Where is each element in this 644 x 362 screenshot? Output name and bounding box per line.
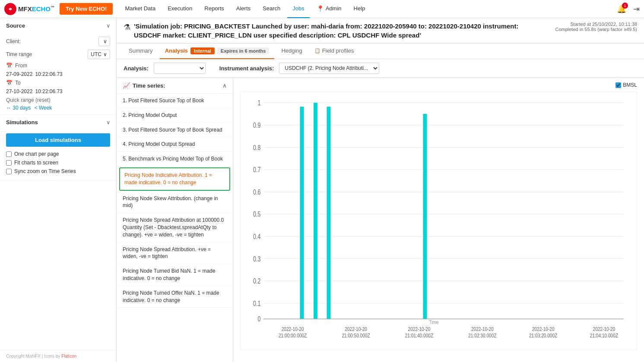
svg-text:21:04:10.000Z: 21:04:10.000Z bbox=[590, 332, 618, 339]
30-days-link[interactable]: ↔ 30 days bbox=[6, 105, 31, 111]
from-date[interactable]: 27-09-2022 bbox=[6, 71, 32, 77]
nav-search[interactable]: Search bbox=[257, 0, 286, 18]
sync-zoom-checkbox[interactable] bbox=[6, 169, 12, 174]
svg-text:0.1: 0.1 bbox=[253, 299, 260, 307]
load-simulations-button[interactable]: Load simulations bbox=[6, 133, 110, 147]
job-started: Started at 25/10/2022, 10:11:38 bbox=[555, 22, 637, 27]
time-series-item-4[interactable]: 4. Pricing Model Output Spread bbox=[117, 137, 233, 152]
one-chart-checkbox[interactable] bbox=[6, 151, 12, 157]
notification-button[interactable]: 🔔1 bbox=[617, 4, 626, 14]
fit-charts-label: Fit charts to screen bbox=[14, 160, 58, 166]
nav-help[interactable]: Help bbox=[349, 0, 371, 18]
svg-text:0: 0 bbox=[257, 315, 260, 323]
time-series-item-3[interactable]: 3. Post Filtered Source Top of Book Spre… bbox=[117, 123, 233, 138]
time-range-select[interactable]: UTC ∨ bbox=[88, 50, 110, 59]
tab-field-profiles[interactable]: 📋 Field profiles bbox=[309, 44, 359, 59]
simulations-section-header[interactable]: Simulations ∨ bbox=[0, 115, 116, 130]
field-profiles-label: Field profiles bbox=[322, 47, 354, 54]
nav-execution[interactable]: Execution bbox=[162, 0, 197, 18]
legend-bmsl: BMSL bbox=[615, 82, 637, 88]
fit-charts-row: Fit charts to screen bbox=[6, 160, 110, 166]
week-link[interactable]: < Week bbox=[34, 105, 52, 111]
job-meta: Started at 25/10/2022, 10:11:38 Complete… bbox=[555, 22, 637, 32]
to-calendar-icon: 📅 bbox=[6, 80, 13, 86]
time-series-item-5[interactable]: 5. Benchmark vs Pricing Model Top of Boo… bbox=[117, 152, 233, 167]
bmsl-label: BMSL bbox=[623, 82, 637, 88]
source-chevron-icon: ∨ bbox=[106, 23, 110, 29]
tab-summary[interactable]: Summary bbox=[124, 44, 158, 59]
footer: Copyright MahiFX | Icons by Flaticon bbox=[0, 350, 116, 362]
time-series-item-8[interactable]: Pricing Node Spread Attribution at 10000… bbox=[117, 213, 233, 242]
nav-alerts[interactable]: Alerts bbox=[231, 0, 256, 18]
svg-text:2022-10-20: 2022-10-20 bbox=[593, 325, 615, 332]
svg-text:0.2: 0.2 bbox=[253, 277, 260, 285]
from-label: From bbox=[15, 63, 27, 69]
to-time: 10:22:06.73 bbox=[35, 88, 62, 94]
logo-icon bbox=[4, 3, 16, 15]
top-navigation: MFXECHO™ Try New ECHO! Market Data Execu… bbox=[0, 0, 644, 18]
time-range-label: Time range bbox=[6, 51, 32, 57]
content-area: 📈 Time series: ∧ 1. Post Filtered Source… bbox=[117, 78, 644, 362]
expires-badge: Expires in 6 months bbox=[217, 47, 270, 54]
job-title-bar: ⚗ 'Simulation job: PRICING_BACKTEST Laun… bbox=[117, 18, 644, 44]
logo-brand: MFXECHO™ bbox=[18, 5, 54, 13]
nav-reports[interactable]: Reports bbox=[199, 0, 229, 18]
nav-jobs[interactable]: Jobs bbox=[287, 0, 309, 18]
notification-badge: 1 bbox=[622, 3, 628, 9]
nav-admin[interactable]: 📍Admin bbox=[311, 0, 347, 18]
time-series-item-11[interactable]: Pricing Node Turned Offer NaN. 1 = made … bbox=[117, 286, 233, 308]
analysis-row: Analysis: Instrument analysis: USDCHF (2… bbox=[117, 59, 644, 78]
try-new-button[interactable]: Try New ECHO! bbox=[60, 3, 113, 15]
from-date-value: 27-09-2022 10:22:06.73 bbox=[6, 71, 110, 77]
ts-chevron-icon: ∧ bbox=[222, 82, 227, 89]
svg-text:0.6: 0.6 bbox=[253, 188, 260, 196]
client-select[interactable]: ∨ bbox=[98, 37, 110, 46]
svg-text:21:00:50.000Z: 21:00:50.000Z bbox=[342, 332, 370, 339]
instrument-label: Instrument analysis: bbox=[219, 65, 274, 72]
job-title: 'Simulation job: PRICING_BACKTEST Launch… bbox=[134, 22, 523, 40]
time-series-header[interactable]: 📈 Time series: ∧ bbox=[117, 78, 233, 94]
tab-hedging[interactable]: Hedging bbox=[276, 44, 307, 59]
time-series-item-9[interactable]: Pricing Node Spread Attribution. +ve = w… bbox=[117, 242, 233, 264]
logout-button[interactable]: ⇥ bbox=[633, 4, 640, 14]
svg-rect-23 bbox=[300, 107, 304, 319]
svg-text:2022-10-20: 2022-10-20 bbox=[345, 325, 367, 332]
source-section: Source ∨ Client: ∨ Time range UTC ∨ bbox=[0, 18, 116, 115]
to-date-row: 📅 To bbox=[6, 80, 110, 86]
analysis-select[interactable] bbox=[154, 63, 206, 74]
time-series-item-10[interactable]: Pricing Node Turned Bid NaN. 1 = made in… bbox=[117, 264, 233, 286]
simulations-title: Simulations bbox=[6, 119, 38, 126]
chart-legend: BMSL bbox=[240, 82, 637, 88]
time-series-item-1[interactable]: 1. Post Filtered Source Top of Book bbox=[117, 94, 233, 108]
svg-text:1: 1 bbox=[257, 99, 260, 107]
fit-charts-checkbox[interactable] bbox=[6, 160, 12, 166]
footer-text: Copyright MahiFX | Icons by bbox=[6, 354, 61, 359]
bmsl-checkbox[interactable] bbox=[615, 82, 621, 88]
tab-analysis-label: Analysis bbox=[165, 47, 188, 54]
nav-market-data[interactable]: Market Data bbox=[120, 0, 161, 18]
sync-zoom-label: Sync zoom on Time Series bbox=[14, 168, 76, 174]
svg-text:0.8: 0.8 bbox=[253, 144, 260, 151]
instrument-select[interactable]: USDCHF (2. Pricing Node Attributi... bbox=[279, 63, 379, 74]
from-date-row: 📅 From bbox=[6, 63, 110, 69]
svg-text:0.9: 0.9 bbox=[253, 121, 260, 129]
to-date[interactable]: 27-10-2022 bbox=[6, 88, 32, 94]
flaticon-link[interactable]: Flaticon bbox=[61, 354, 76, 359]
to-label: To bbox=[15, 80, 21, 86]
source-title: Source bbox=[6, 22, 25, 29]
client-row: Client: ∨ bbox=[6, 37, 110, 46]
from-time: 10:22:06.73 bbox=[35, 71, 62, 77]
ts-header-inner: 📈 Time series: bbox=[123, 82, 165, 89]
client-label: Client: bbox=[6, 38, 21, 44]
time-series-item-7[interactable]: Pricing Node Skew Attribution. (change i… bbox=[117, 192, 233, 214]
client-chevron-icon: ∨ bbox=[103, 38, 107, 44]
time-series-item-2[interactable]: 2. Pricing Model Output bbox=[117, 108, 233, 123]
field-profiles-icon: 📋 bbox=[314, 48, 320, 54]
svg-text:0.7: 0.7 bbox=[253, 166, 260, 173]
svg-text:21:02:30.000Z: 21:02:30.000Z bbox=[468, 332, 496, 339]
tab-analysis[interactable]: Analysis Internal Expires in 6 months bbox=[160, 44, 275, 59]
svg-text:0.4: 0.4 bbox=[253, 233, 260, 240]
source-section-header[interactable]: Source ∨ bbox=[0, 18, 116, 33]
main-layout: Source ∨ Client: ∨ Time range UTC ∨ bbox=[0, 18, 644, 362]
time-series-item-6[interactable]: Pricing Node Indicative Attribution. 1 =… bbox=[119, 167, 230, 191]
